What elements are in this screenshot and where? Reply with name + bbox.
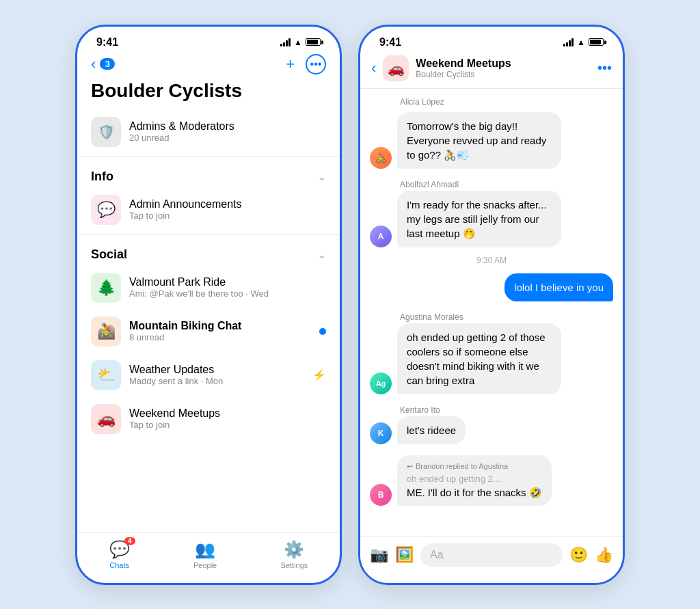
info-chevron-icon[interactable]: ⌄ (317, 170, 326, 183)
battery-icon (306, 38, 321, 46)
reply-header: ↩ Brandon replied to Agustina (407, 462, 542, 471)
back-badge: 3 (100, 58, 115, 70)
wifi-icon: ▲ (294, 38, 302, 47)
weather-updates-icon: ⛅ (91, 360, 121, 390)
right-status-bar: 9:41 ▲ (360, 27, 623, 51)
weather-updates-name: Weather Updates (129, 364, 304, 376)
muted-icon: ⚡ (312, 368, 326, 381)
divider2 (77, 234, 340, 235)
nav-people[interactable]: 👥 People (193, 540, 217, 569)
settings-icon: ⚙️ (284, 540, 304, 559)
admin-announcements-icon: 💬 (91, 195, 121, 225)
right-battery-icon (589, 38, 604, 46)
chat-group-sub: Boulder Cyclists (416, 70, 591, 79)
camera-icon[interactable]: 📷 (370, 546, 388, 564)
weekend-meetups-icon: 🚗 (91, 404, 121, 434)
admin-announcements-name: Admin Announcements (129, 198, 326, 211)
community-title: Boulder Cyclists (77, 80, 340, 110)
reply-icon: ↩ (407, 462, 413, 471)
reply-text: ME. I'll do it for the snacks 🤣 (407, 487, 542, 499)
sender-kentaro: Kentaro Ito (370, 405, 613, 415)
mountain-biking-item[interactable]: 🚵 Mountain Biking Chat 8 unread (77, 310, 340, 353)
right-status-icons: ▲ (563, 38, 604, 47)
weekend-meetups-item[interactable]: 🚗 Weekend Meetups Tap to join (77, 397, 340, 441)
left-status-time: 9:41 (96, 36, 118, 49)
people-icon: 👥 (195, 540, 215, 559)
right-wifi-icon: ▲ (577, 38, 585, 47)
new-channel-button[interactable]: + (286, 55, 295, 73)
more-options-button[interactable]: ••• (306, 54, 326, 75)
nav-chats[interactable]: 💬 4 Chats (109, 540, 130, 569)
mountain-biking-icon: 🚵 (91, 316, 121, 347)
sender-abolfazl: Abolfazl Ahmadi (370, 180, 613, 189)
reply-quote: oh ended up getting 2... (407, 474, 542, 484)
msg-agustina: Ag oh ended up getting 2 of those cooler… (370, 323, 613, 394)
chat-group-icon: 🚗 (383, 55, 409, 81)
mountain-biking-name: Mountain Biking Chat (129, 320, 311, 332)
msg-alicia: 🚴 Tomorrow's the big day!! Everyone revv… (370, 112, 613, 169)
social-section-header: Social ⌄ (77, 238, 340, 266)
reply-header-text: Brandon replied to Agustina (416, 462, 508, 470)
right-phone: 9:41 ▲ ‹ 🚗 Weekend Meetups Boulder Cycli… (358, 25, 625, 585)
msg-abolfazl: A I'm ready for the snacks after... my l… (370, 191, 613, 247)
unread-dot (319, 328, 326, 335)
avatar-agustina: Ag (370, 373, 392, 394)
people-label: People (193, 561, 217, 569)
chat-more-button[interactable]: ••• (597, 60, 612, 76)
bubble-alicia: Tomorrow's the big day!! Everyone revved… (397, 112, 561, 169)
weather-updates-item[interactable]: ⛅ Weather Updates Maddy sent a link · Mo… (77, 353, 340, 397)
weekend-meetups-name: Weekend Meetups (129, 407, 326, 420)
time-divider: 9:30 AM (370, 252, 613, 269)
back-button[interactable]: ‹ (91, 55, 96, 73)
bubble-abolfazl: I'm ready for the snacks after... my leg… (397, 191, 561, 247)
msg-brandon: B ↩ Brandon replied to Agustina oh ended… (370, 455, 613, 506)
avatar-alicia: 🚴 (370, 147, 392, 169)
admin-row[interactable]: 🛡️ Admins & Moderators 20 unread (77, 110, 340, 154)
sender-agustina: Agustina Morales (370, 312, 613, 322)
message-input[interactable]: Aa (420, 543, 563, 567)
admin-announcements-item[interactable]: 💬 Admin Announcements Tap to join (77, 188, 340, 232)
nav-settings[interactable]: ⚙️ Settings (281, 540, 308, 569)
msg-kentaro: K let's rideee (370, 416, 613, 444)
chat-group-name: Weekend Meetups (416, 57, 591, 70)
admin-name: Admins & Moderators (129, 120, 234, 133)
social-section-title: Social (91, 247, 127, 262)
mountain-biking-sub: 8 unread (129, 332, 311, 342)
reply-bubble-brandon: ↩ Brandon replied to Agustina oh ended u… (397, 455, 552, 506)
msg-sent: lolol I believe in you (370, 273, 613, 301)
left-status-bar: 9:41 ▲ (77, 27, 340, 51)
avatar-brandon: B (370, 484, 392, 506)
info-section-header: Info ⌄ (77, 160, 340, 188)
photo-icon[interactable]: 🖼️ (395, 546, 414, 564)
left-header: ‹ 3 + ••• (77, 51, 340, 80)
weekend-meetups-sub: Tap to join (129, 420, 326, 430)
messages-area: Alicia López 🚴 Tomorrow's the big day!! … (360, 89, 623, 536)
left-status-icons: ▲ (280, 38, 321, 47)
bubble-kentaro: let's rideee (397, 416, 466, 444)
valmount-icon: 🌲 (91, 273, 121, 303)
left-phone: 9:41 ▲ ‹ 3 + ••• (75, 25, 342, 585)
chat-back-button[interactable]: ‹ (371, 59, 376, 77)
bubble-sent: lolol I believe in you (504, 273, 613, 301)
divider (77, 157, 340, 157)
msg-brandon-container: B ↩ Brandon replied to Agustina oh ended… (370, 455, 613, 506)
settings-label: Settings (281, 561, 308, 569)
emoji-icon[interactable]: 🙂 (569, 546, 588, 564)
right-status-time: 9:41 (379, 36, 401, 49)
input-bar: 📷 🖼️ Aa 🙂 👍 (360, 536, 623, 583)
ellipsis-icon: ••• (310, 58, 322, 70)
phones-container: 9:41 ▲ ‹ 3 + ••• (75, 25, 625, 585)
admin-announcements-sub: Tap to join (129, 211, 326, 221)
chats-label: Chats (109, 561, 129, 569)
chats-badge: 4 (124, 537, 135, 545)
bottom-nav: 💬 4 Chats 👥 People ⚙️ Settings (77, 532, 340, 583)
right-signal-icon (563, 38, 574, 46)
sender-alicia: Alicia López (370, 97, 613, 107)
thumbs-up-icon[interactable]: 👍 (595, 546, 613, 564)
bubble-agustina: oh ended up getting 2 of those coolers s… (397, 323, 561, 394)
social-chevron-icon[interactable]: ⌄ (317, 248, 326, 261)
signal-icon (280, 38, 291, 46)
valmount-item[interactable]: 🌲 Valmount Park Ride Ami: @Pak we'll be … (77, 266, 340, 310)
admin-icon: 🛡️ (91, 117, 121, 147)
chats-icon: 💬 4 (109, 540, 130, 559)
